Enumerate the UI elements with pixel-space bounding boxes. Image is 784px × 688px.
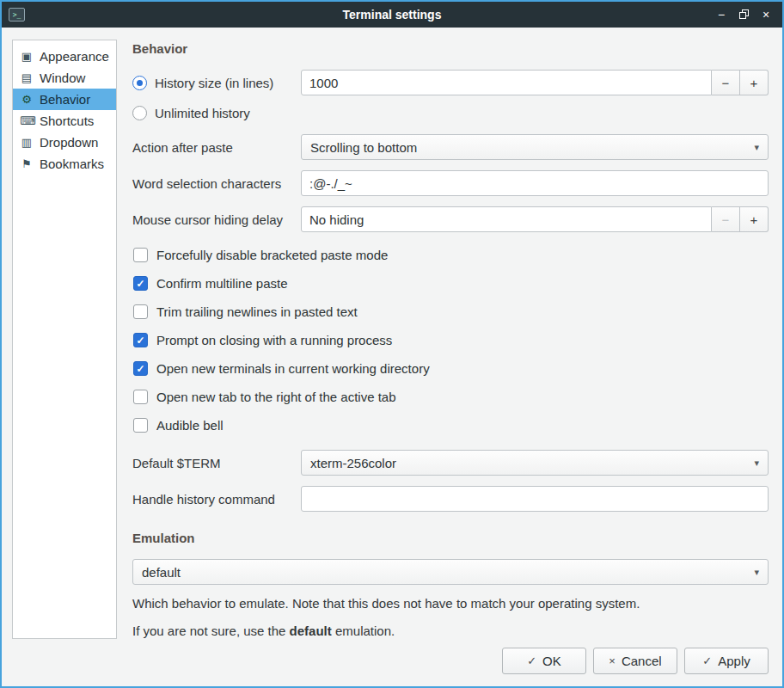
- apply-button[interactable]: ✓ Apply: [684, 648, 769, 674]
- checkbox-row-prompt-closing[interactable]: ✓ Prompt on closing with a running proce…: [133, 333, 769, 347]
- history-size-decrement-button[interactable]: −: [712, 70, 740, 95]
- checkbox[interactable]: ✓: [133, 276, 148, 291]
- sidebar: ▣ Appearance ▤ Window ⚙ Behavior ⌨ Short…: [12, 40, 117, 639]
- sidebar-item-appearance[interactable]: ▣ Appearance: [13, 46, 116, 67]
- unlimited-history-option[interactable]: Unlimited history: [132, 106, 257, 120]
- handle-history-input[interactable]: [301, 486, 769, 512]
- cancel-button-label: Cancel: [622, 654, 662, 668]
- sidebar-item-behavior[interactable]: ⚙ Behavior: [13, 89, 116, 110]
- emulation-default-emphasis: default: [290, 624, 332, 638]
- unlimited-history-label: Unlimited history: [155, 106, 250, 120]
- action-after-paste-value: Scrolling to bottom: [310, 140, 417, 155]
- sidebar-item-shortcuts[interactable]: ⌨ Shortcuts: [13, 110, 116, 132]
- emulation-help-line2: If you are not sure, use the default emu…: [132, 623, 769, 640]
- mouse-cursor-delay-row: Mouse cursor hiding delay No hiding − +: [132, 206, 769, 232]
- sidebar-item-window[interactable]: ▤ Window: [13, 67, 116, 89]
- minimize-button[interactable]: −: [712, 5, 731, 24]
- checkbox-label: Prompt on closing with a running process: [156, 333, 392, 347]
- emulation-help-line1: Which behavior to emulate. Note that thi…: [132, 595, 769, 612]
- history-size-radio[interactable]: [132, 76, 147, 90]
- history-size-value[interactable]: 1000: [301, 70, 712, 95]
- history-size-label: History size (in lines): [155, 76, 273, 90]
- emulation-section-title: Emulation: [132, 531, 769, 545]
- emulation-value: default: [142, 565, 181, 580]
- word-selection-row: Word selection characters: [132, 170, 769, 196]
- ok-check-icon: ✓: [527, 654, 536, 667]
- ok-button[interactable]: ✓ OK: [502, 648, 586, 674]
- default-term-row: Default $TERM xterm-256color ▾: [132, 450, 769, 476]
- history-size-increment-button[interactable]: +: [740, 70, 769, 95]
- window-icon: ▤: [20, 71, 34, 84]
- sidebar-item-label: Window: [40, 71, 85, 85]
- mouse-cursor-delay-label: Mouse cursor hiding delay: [132, 212, 301, 227]
- checkbox-label: Forcefully disable bracketed paste mode: [156, 248, 388, 262]
- chevron-down-icon: ▾: [754, 567, 759, 578]
- apply-check-icon: ✓: [702, 654, 712, 667]
- history-size-spinbox: 1000 − +: [301, 70, 769, 95]
- handle-history-label: Handle history command: [132, 492, 301, 507]
- default-term-select[interactable]: xterm-256color ▾: [301, 450, 769, 476]
- behavior-icon: ⚙: [20, 93, 34, 106]
- checkbox[interactable]: ✓: [133, 361, 148, 376]
- mouse-cursor-delay-value[interactable]: No hiding: [301, 206, 712, 232]
- titlebar[interactable]: >_ Terminal settings − ×: [2, 2, 782, 28]
- checkbox-row-confirm-multiline[interactable]: ✓ Confirm multiline paste: [133, 276, 769, 291]
- checkbox-label: Confirm multiline paste: [156, 276, 288, 291]
- dialog-footer: ✓ OK × Cancel ✓ Apply: [2, 639, 782, 686]
- checkbox-row-bracketed-paste[interactable]: ✓ Forcefully disable bracketed paste mod…: [133, 248, 769, 262]
- default-term-value: xterm-256color: [310, 456, 396, 470]
- checkbox[interactable]: ✓: [133, 333, 148, 347]
- checkbox[interactable]: ✓: [133, 248, 148, 262]
- checkbox-label: Open new terminals in current working di…: [156, 361, 430, 376]
- action-after-paste-select[interactable]: Scrolling to bottom ▾: [301, 134, 769, 160]
- check-icon: ✓: [136, 335, 144, 346]
- unlimited-history-row: Unlimited history: [132, 106, 769, 120]
- window-controls: − ×: [712, 5, 775, 24]
- checkbox-row-audible-bell[interactable]: ✓ Audible bell: [133, 418, 769, 433]
- sidebar-item-dropdown[interactable]: ▥ Dropdown: [13, 132, 116, 153]
- default-term-label: Default $TERM: [132, 456, 301, 470]
- word-selection-label: Word selection characters: [132, 176, 301, 191]
- mouse-cursor-delay-decrement-button[interactable]: −: [712, 206, 740, 232]
- mouse-cursor-delay-spinbox: No hiding − +: [301, 206, 769, 232]
- dialog-body: ▣ Appearance ▤ Window ⚙ Behavior ⌨ Short…: [2, 28, 782, 639]
- chevron-down-icon: ▾: [754, 458, 759, 469]
- sidebar-item-bookmarks[interactable]: ⚑ Bookmarks: [13, 153, 116, 175]
- emulation-select[interactable]: default ▾: [132, 559, 769, 585]
- close-button[interactable]: ×: [756, 5, 775, 24]
- sidebar-item-label: Appearance: [40, 49, 109, 64]
- cancel-button[interactable]: × Cancel: [593, 648, 677, 674]
- sidebar-item-label: Behavior: [40, 92, 90, 107]
- check-icon: ✓: [136, 364, 144, 374]
- emulation-section: Emulation default ▾ Which behavior to em…: [132, 529, 769, 641]
- shortcuts-icon: ⌨: [20, 114, 34, 127]
- behavior-section-title: Behavior: [132, 41, 769, 56]
- checkbox-row-tab-right[interactable]: ✓ Open new tab to the right of the activ…: [133, 390, 769, 404]
- checkbox[interactable]: ✓: [133, 418, 148, 433]
- checkbox-row-trim-newlines[interactable]: ✓ Trim trailing newlines in pasted text: [133, 304, 769, 319]
- checkbox[interactable]: ✓: [133, 390, 148, 404]
- terminal-settings-window: >_ Terminal settings − × ▣ Appearance: [0, 0, 784, 688]
- behavior-panel: Behavior History size (in lines) 1000 − …: [132, 40, 769, 639]
- appearance-icon: ▣: [20, 50, 34, 63]
- mouse-cursor-delay-increment-button[interactable]: +: [740, 206, 769, 232]
- sidebar-item-label: Dropdown: [40, 135, 98, 150]
- restore-icon: [739, 9, 749, 21]
- sidebar-item-label: Shortcuts: [40, 114, 94, 128]
- action-after-paste-label: Action after paste: [132, 140, 301, 155]
- sidebar-item-label: Bookmarks: [40, 157, 104, 171]
- history-size-row: History size (in lines) 1000 − +: [132, 70, 769, 95]
- chevron-down-icon: ▾: [754, 142, 759, 153]
- checkbox[interactable]: ✓: [133, 304, 148, 319]
- restore-button[interactable]: [734, 5, 753, 24]
- cancel-x-icon: ×: [609, 654, 616, 667]
- unlimited-history-radio[interactable]: [132, 106, 147, 120]
- action-after-paste-row: Action after paste Scrolling to bottom ▾: [132, 134, 769, 160]
- checkbox-label: Open new tab to the right of the active …: [156, 390, 396, 404]
- history-size-option[interactable]: History size (in lines): [132, 76, 301, 90]
- checkbox-label: Audible bell: [156, 418, 224, 433]
- checkbox-label: Trim trailing newlines in pasted text: [156, 304, 358, 319]
- word-selection-input[interactable]: [301, 170, 769, 196]
- apply-button-label: Apply: [718, 654, 750, 668]
- checkbox-row-open-cwd[interactable]: ✓ Open new terminals in current working …: [133, 361, 769, 376]
